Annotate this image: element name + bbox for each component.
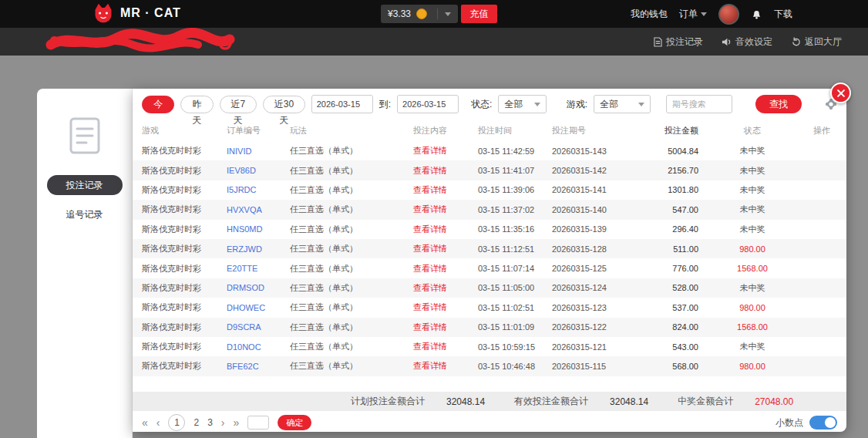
cell-issue: 20260315-124 (552, 283, 652, 292)
cell-play: 任三直选（单式） (290, 243, 413, 254)
view-detail-link[interactable]: 查看详情 (413, 360, 478, 372)
summary-valid-value: 32048.14 (610, 396, 648, 407)
cell-time: 03-15 11:05:00 (478, 283, 552, 292)
cell-amount: 5004.84 (652, 147, 698, 156)
page-button-2[interactable]: 2 (193, 417, 199, 428)
sidebar-item-bet-records[interactable]: 投注记录 (47, 175, 123, 195)
divider (437, 8, 438, 19)
view-detail-link[interactable]: 查看详情 (413, 322, 478, 333)
view-detail-link[interactable]: 查看详情 (413, 184, 478, 196)
search-button[interactable]: 查找 (755, 95, 802, 113)
balance-dropdown[interactable]: ¥3.33 (381, 5, 458, 23)
cell-issue: 20260315-121 (552, 342, 652, 352)
sub-header: 投注记录 音效设定 返回大厅 (0, 28, 868, 56)
col-content: 投注内容 (413, 125, 478, 136)
orders-dropdown[interactable]: 订单 (679, 8, 707, 21)
order-link[interactable]: D9SCRA (227, 322, 290, 332)
cell-play: 任三直选（单式） (290, 282, 413, 294)
col-issue: 投注期号 (552, 125, 652, 136)
table-row: 斯洛伐克时时彩D10NOC任三直选（单式）查看详情03-15 10:59:152… (133, 337, 846, 356)
avatar[interactable] (718, 4, 739, 25)
view-detail-link[interactable]: 查看详情 (413, 341, 478, 352)
cell-issue: 20260315-125 (552, 264, 652, 273)
date-to-input[interactable] (397, 95, 459, 113)
order-link[interactable]: IEV86D (227, 166, 290, 175)
view-detail-link[interactable]: 查看详情 (413, 165, 478, 177)
cell-time: 03-15 11:01:09 (478, 322, 552, 332)
return-icon (791, 37, 801, 47)
first-page-button[interactable]: « (142, 416, 148, 429)
order-link[interactable]: DRMSOD (227, 283, 290, 292)
next-page-button[interactable]: › (221, 416, 225, 429)
last-page-button[interactable]: » (234, 416, 240, 429)
bell-icon[interactable] (751, 8, 762, 20)
redaction-scribble (40, 28, 248, 56)
view-detail-link[interactable]: 查看详情 (413, 302, 478, 313)
wallet-link[interactable]: 我的钱包 (631, 8, 668, 21)
cell-status: 未中奖 (698, 184, 806, 196)
quick-filter-yesterday[interactable]: 昨天 (180, 96, 213, 113)
recharge-button[interactable]: 充值 (461, 5, 497, 23)
col-play: 玩法 (290, 125, 413, 136)
subnav-label: 返回大厅 (805, 35, 842, 49)
order-link[interactable]: HNS0MD (227, 224, 290, 234)
view-detail-link[interactable]: 查看详情 (413, 204, 478, 215)
quick-filter-30days[interactable]: 近30天 (263, 96, 305, 113)
cell-time: 03-15 11:39:06 (478, 185, 552, 194)
subnav-return-lobby[interactable]: 返回大厅 (791, 35, 842, 49)
decimal-toggle[interactable] (809, 416, 837, 430)
cell-game: 斯洛伐克时时彩 (142, 165, 227, 177)
page-button-3[interactable]: 3 (207, 417, 213, 428)
cell-game: 斯洛伐克时时彩 (142, 341, 227, 352)
order-link[interactable]: HVXVQA (227, 205, 290, 214)
status-select[interactable]: 全部 (498, 95, 546, 113)
chevron-down-icon (638, 103, 644, 106)
page-confirm-button[interactable]: 确定 (278, 415, 311, 430)
game-select[interactable]: 全部 (594, 95, 651, 113)
prev-page-button[interactable]: ‹ (156, 416, 160, 429)
cell-game: 斯洛伐克时时彩 (142, 224, 227, 235)
cell-issue: 20260315-123 (552, 303, 652, 312)
quick-filter-today[interactable]: 今天 (142, 96, 174, 113)
order-link[interactable]: D10NOC (227, 342, 290, 352)
order-link[interactable]: BFE62C (227, 362, 290, 371)
view-detail-link[interactable]: 查看详情 (413, 243, 478, 254)
status-value: 全部 (504, 98, 523, 111)
page-button-1[interactable]: 1 (168, 414, 185, 431)
cell-game: 斯洛伐克时时彩 (142, 360, 227, 372)
page-jump-input[interactable] (247, 416, 269, 430)
cell-amount: 537.00 (652, 303, 698, 312)
cell-status: 980.00 (698, 362, 806, 371)
subnav-sound-settings[interactable]: 音效设定 (722, 35, 772, 49)
cell-play: 任三直选（单式） (290, 302, 413, 313)
sidebar-item-chase-records[interactable]: 追号记录 (47, 204, 123, 224)
cell-status: 未中奖 (698, 204, 806, 215)
close-icon[interactable] (830, 83, 851, 103)
order-link[interactable]: ERZJWD (227, 244, 290, 254)
subnav-label: 投注记录 (666, 35, 703, 49)
cell-status: 未中奖 (698, 145, 806, 157)
quick-filter-7days[interactable]: 近7天 (220, 96, 257, 113)
subnav-bet-records[interactable]: 投注记录 (654, 35, 703, 49)
table-row: 斯洛伐克时时彩BFE62C任三直选（单式）查看详情03-15 10:46:482… (133, 356, 846, 376)
cell-amount: 824.00 (652, 322, 698, 332)
coin-icon (416, 8, 427, 19)
order-link[interactable]: E20TTE (227, 264, 290, 273)
order-link[interactable]: DHOWEC (227, 303, 290, 312)
cell-play: 任三直选（单式） (290, 322, 413, 333)
view-detail-link[interactable]: 查看详情 (413, 145, 478, 157)
cell-play: 任三直选（单式） (290, 263, 413, 275)
view-detail-link[interactable]: 查看详情 (413, 263, 478, 275)
cell-status: 980.00 (698, 303, 806, 312)
date-from-input[interactable] (311, 95, 373, 113)
cell-game: 斯洛伐克时时彩 (142, 282, 227, 294)
order-link[interactable]: INIVID (227, 147, 290, 156)
issue-search-input[interactable] (666, 95, 732, 113)
cell-game: 斯洛伐克时时彩 (142, 263, 227, 275)
view-detail-link[interactable]: 查看详情 (413, 282, 478, 294)
download-link[interactable]: 下载 (774, 8, 792, 21)
order-link[interactable]: I5JRDC (227, 185, 290, 194)
view-detail-link[interactable]: 查看详情 (413, 224, 478, 235)
chevron-down-icon (534, 103, 540, 106)
cell-amount: 1301.80 (652, 185, 698, 194)
